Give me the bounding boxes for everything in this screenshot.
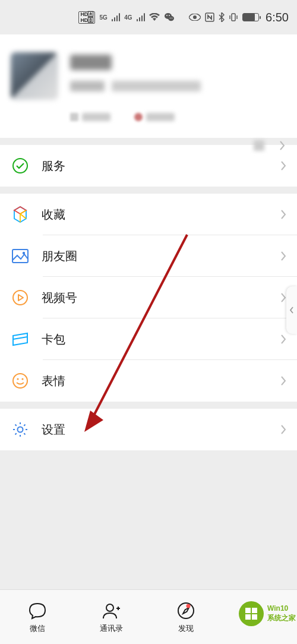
profile-meta-1[interactable]	[70, 113, 110, 121]
chevron-right-icon	[280, 160, 286, 171]
hd-indicator: HD🄰HD🄱	[78, 11, 95, 24]
wifi-icon	[149, 13, 160, 21]
windows-icon	[239, 601, 264, 626]
settings-icon	[11, 420, 30, 439]
menu-moments[interactable]: 朋友圈	[0, 235, 297, 277]
network-4g: 4G	[124, 14, 132, 21]
svg-point-14	[17, 378, 18, 380]
chevron-right-icon	[280, 375, 286, 386]
nav-label: 通讯录	[100, 623, 123, 634]
nav-label: 微信	[30, 623, 45, 634]
menu-settings[interactable]: 设置	[0, 409, 297, 450]
menu-label: 卡包	[42, 332, 268, 348]
favorites-icon	[11, 205, 30, 224]
menu-label: 表情	[42, 373, 268, 389]
profile-id-value	[112, 81, 201, 91]
svg-point-16	[18, 427, 23, 433]
profile-id-label	[70, 81, 105, 91]
menu-label: 服务	[42, 158, 268, 174]
chevron-right-icon	[280, 424, 286, 435]
menu-services[interactable]: 服务	[0, 145, 297, 187]
signal-2	[137, 13, 146, 21]
menu-cards[interactable]: 卡包	[0, 318, 297, 360]
svg-point-19	[106, 604, 113, 611]
network-5g: 5G	[99, 14, 107, 21]
menu-label: 朋友圈	[42, 248, 268, 264]
svg-point-2	[166, 15, 168, 16]
status-time: 6:50	[266, 11, 289, 24]
profile-name	[70, 55, 112, 70]
svg-point-20	[178, 603, 194, 618]
battery-icon	[242, 13, 259, 21]
services-icon	[11, 156, 30, 175]
svg-point-6	[193, 15, 197, 19]
watermark-line1: Win10	[267, 604, 296, 614]
bluetooth-icon	[219, 12, 225, 22]
svg-point-15	[21, 378, 23, 380]
nav-discover[interactable]: 发现	[148, 590, 223, 644]
bottom-nav: 微信 通讯录 发现 Win10系统之家	[0, 589, 297, 644]
svg-point-12	[13, 291, 27, 305]
profile-meta-2[interactable]	[134, 113, 175, 121]
nav-contacts[interactable]: 通讯录	[74, 590, 148, 644]
eye-icon	[189, 14, 201, 21]
side-handle[interactable]	[286, 286, 297, 334]
signal-1	[112, 13, 121, 21]
nav-chat[interactable]: 微信	[0, 590, 74, 644]
cards-icon	[11, 330, 30, 349]
svg-point-13	[13, 374, 27, 388]
svg-point-5	[172, 18, 173, 19]
contacts-icon	[102, 601, 122, 621]
svg-point-9	[13, 159, 27, 173]
svg-point-21	[186, 604, 190, 608]
svg-point-4	[170, 18, 171, 19]
chevron-right-icon	[280, 209, 286, 220]
profile-header[interactable]	[0, 34, 297, 138]
svg-rect-8	[232, 14, 235, 21]
svg-point-3	[169, 15, 170, 16]
wechat-status-icon	[164, 12, 175, 22]
nfc-icon	[205, 12, 214, 22]
vibrate-icon	[229, 12, 238, 22]
svg-point-11	[23, 252, 25, 254]
discover-icon	[176, 601, 195, 621]
moments-icon	[11, 247, 30, 266]
menu-label: 视频号	[42, 290, 268, 306]
chevron-right-icon	[280, 334, 286, 345]
status-icons: HD🄰HD🄱 5G 4G 6:50	[78, 11, 289, 24]
status-bar: HD🄰HD🄱 5G 4G 6:50	[0, 0, 297, 34]
nav-me[interactable]: Win10系统之家	[223, 590, 297, 644]
chevron-right-icon	[280, 251, 286, 261]
nav-label: 发现	[178, 623, 194, 634]
chevron-right-icon	[280, 292, 286, 303]
menu-favorites[interactable]: 收藏	[0, 194, 297, 235]
menu-label: 设置	[42, 422, 268, 438]
menu-label: 收藏	[42, 207, 268, 223]
watermark: Win10系统之家	[238, 600, 297, 627]
menu-channels[interactable]: 视频号	[0, 277, 297, 318]
stickers-icon	[11, 371, 30, 390]
channels-icon	[11, 288, 30, 307]
chat-icon	[27, 601, 48, 621]
menu-stickers[interactable]: 表情	[0, 360, 297, 402]
avatar[interactable]	[11, 52, 58, 100]
svg-point-1	[168, 16, 174, 21]
watermark-line2: 系统之家	[267, 614, 296, 623]
